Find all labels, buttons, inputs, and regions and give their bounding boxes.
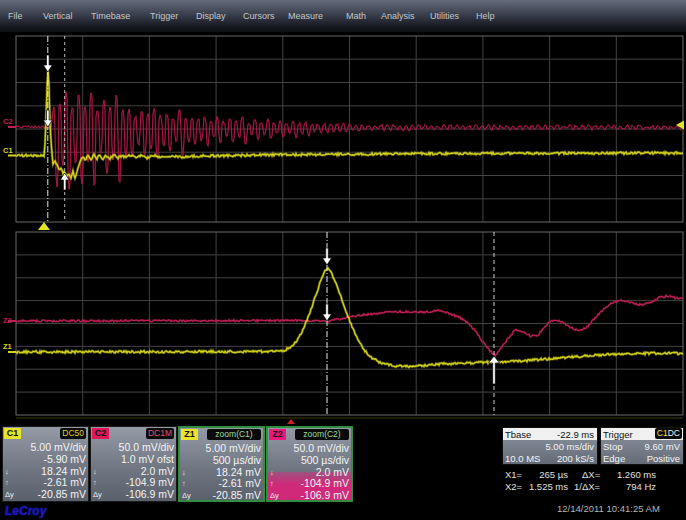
svg-text:Z1: Z1 [3,342,12,351]
svg-text:C1: C1 [3,146,13,155]
svg-text:C2: C2 [3,117,13,126]
